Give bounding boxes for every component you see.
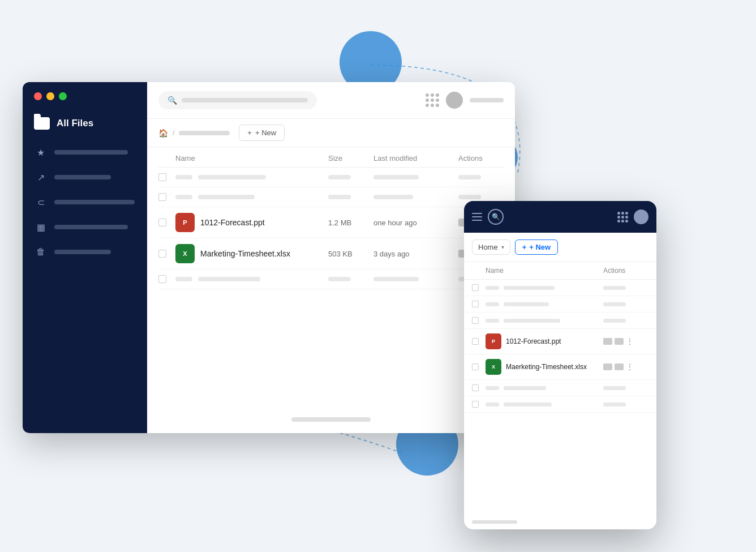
- header-actions: Actions: [458, 154, 504, 162]
- window-controls: [23, 82, 147, 110]
- xlsx-file-date: 3 days ago: [373, 250, 458, 258]
- mobile-table-row-xlsx[interactable]: X Maerketing-Timesheet.xlsx ⋮: [464, 354, 656, 380]
- sidebar: All Files ★ ↗ ⊂ ▦ 🗑: [23, 82, 147, 433]
- table-row: [158, 269, 504, 289]
- table-row-ppt[interactable]: P 1012-Forecast.ppt 1.2 MB one hour ago: [158, 207, 504, 238]
- ppt-file-icon: P: [175, 213, 195, 232]
- mobile-grid-icon[interactable]: [617, 212, 628, 222]
- trash-icon: 🗑: [35, 246, 46, 258]
- mobile-ppt-filename[interactable]: 1012-Forecast.ppt: [506, 337, 561, 345]
- mobile-xlsx-name-cell: X Maerketing-Timesheet.xlsx: [486, 359, 603, 375]
- home-icon[interactable]: 🏠: [158, 129, 168, 138]
- search-bar[interactable]: 🔍: [158, 91, 317, 109]
- mobile-more-icon[interactable]: ⋮: [626, 362, 634, 371]
- sidebar-all-files[interactable]: All Files: [23, 110, 147, 141]
- sidebar-item-label: [54, 150, 128, 155]
- mobile-row-checkbox[interactable]: [472, 284, 479, 291]
- mobile-header-name: Name: [486, 267, 603, 275]
- mobile-share-icon[interactable]: [603, 363, 612, 370]
- file-name-cell: [175, 195, 328, 199]
- mobile-xlsx-actions: ⋮: [603, 362, 648, 371]
- header-size: Size: [328, 154, 373, 162]
- mobile-xlsx-icon: X: [486, 359, 501, 375]
- mobile-search-icon[interactable]: 🔍: [488, 209, 504, 225]
- top-bar: 🔍: [147, 82, 515, 119]
- sidebar-item-starred[interactable]: ★: [28, 141, 141, 164]
- breadcrumb-separator: /: [173, 129, 174, 137]
- plus-icon: +: [247, 129, 252, 137]
- breadcrumb-path: [179, 131, 230, 135]
- file-name-cell-ppt: P 1012-Forecast.ppt: [175, 213, 328, 232]
- action-fill: [458, 175, 481, 179]
- new-button[interactable]: + + New: [239, 125, 285, 141]
- sidebar-item-recents[interactable]: ▦: [28, 216, 141, 238]
- mobile-table-row: [464, 396, 656, 413]
- mobile-pagination-bar: [472, 520, 517, 524]
- avatar: [446, 92, 463, 109]
- mobile-row-checkbox[interactable]: [472, 317, 479, 324]
- mobile-link-icon[interactable]: [615, 363, 624, 370]
- mobile-new-button-label: + New: [529, 243, 551, 251]
- main-content-area: 🔍 🏠 / + + New: [147, 82, 515, 433]
- home-label: Home: [478, 243, 498, 251]
- xlsx-file-name[interactable]: Marketing-Timesheet.xlsx: [200, 249, 290, 258]
- mobile-ppt-actions: ⋮: [603, 337, 648, 346]
- mobile-topbar: 🔍: [464, 201, 656, 233]
- window-minimize-dot[interactable]: [46, 92, 54, 100]
- size-fill: [328, 195, 351, 199]
- ppt-file-size: 1.2 MB: [328, 219, 373, 227]
- search-icon: 🔍: [167, 96, 177, 105]
- ppt-file-date: one hour ago: [373, 219, 458, 227]
- mobile-footer: [464, 413, 656, 529]
- window-close-dot[interactable]: [34, 92, 42, 100]
- mobile-row-checkbox[interactable]: [472, 301, 479, 307]
- grid-view-icon[interactable]: [426, 93, 439, 107]
- mobile-file-name-cell: [486, 286, 603, 290]
- mobile-table-row: [464, 380, 656, 396]
- table-row: [158, 187, 504, 207]
- main-desktop-window: All Files ★ ↗ ⊂ ▦ 🗑: [23, 82, 515, 433]
- home-dropdown[interactable]: Home ▾: [472, 239, 510, 255]
- mobile-table-row-ppt[interactable]: P 1012-Forecast.ppt ⋮: [464, 329, 656, 354]
- mobile-header-actions: Actions: [603, 267, 648, 275]
- file-name-cell: [175, 175, 328, 179]
- mobile-topbar-right: [617, 209, 648, 224]
- action-fill: [458, 195, 481, 199]
- row-checkbox[interactable]: [158, 173, 166, 181]
- sidebar-item-shared[interactable]: ↗: [28, 166, 141, 189]
- mobile-more-icon[interactable]: ⋮: [626, 337, 634, 346]
- mobile-row-checkbox[interactable]: [472, 363, 479, 370]
- ppt-file-name[interactable]: 1012-Forecast.ppt: [200, 218, 265, 227]
- row-checkbox[interactable]: [158, 250, 166, 258]
- mobile-xlsx-filename[interactable]: Maerketing-Timesheet.xlsx: [506, 363, 587, 371]
- sidebar-item-label: [54, 250, 111, 254]
- mobile-file-name-cell: [486, 319, 603, 323]
- file-table: Name Size Last modified Actions: [147, 147, 515, 406]
- sidebar-item-shared-with-me[interactable]: ⊂: [28, 191, 141, 213]
- mobile-new-button[interactable]: + + New: [515, 239, 559, 255]
- breadcrumb-bar: 🏠 / + + New: [147, 119, 515, 147]
- window-maximize-dot[interactable]: [59, 92, 67, 100]
- row-checkbox[interactable]: [158, 193, 166, 201]
- table-row-xlsx[interactable]: X Marketing-Timesheet.xlsx 503 KB 3 days…: [158, 238, 504, 269]
- username-bar: [470, 98, 504, 102]
- star-icon: ★: [35, 147, 46, 158]
- size-fill: [328, 175, 351, 179]
- chevron-down-icon: ▾: [501, 244, 504, 250]
- sidebar-item-trash[interactable]: 🗑: [28, 241, 141, 263]
- mobile-table-row: [464, 296, 656, 313]
- xlsx-file-size: 503 KB: [328, 250, 373, 258]
- mobile-share-icon[interactable]: [603, 338, 612, 345]
- mobile-link-icon[interactable]: [615, 338, 624, 345]
- mobile-file-name-cell: [486, 403, 603, 406]
- mobile-row-checkbox[interactable]: [472, 401, 479, 408]
- file-name-cell: [175, 277, 328, 281]
- hamburger-icon[interactable]: [472, 213, 482, 221]
- mobile-row-checkbox[interactable]: [472, 338, 479, 345]
- row-checkbox[interactable]: [158, 275, 166, 283]
- shared-with-icon: ⊂: [35, 196, 46, 208]
- mobile-header-checkbox: [472, 267, 486, 275]
- row-checkbox[interactable]: [158, 219, 166, 226]
- size-fill: [328, 277, 351, 281]
- mobile-row-checkbox[interactable]: [472, 384, 479, 391]
